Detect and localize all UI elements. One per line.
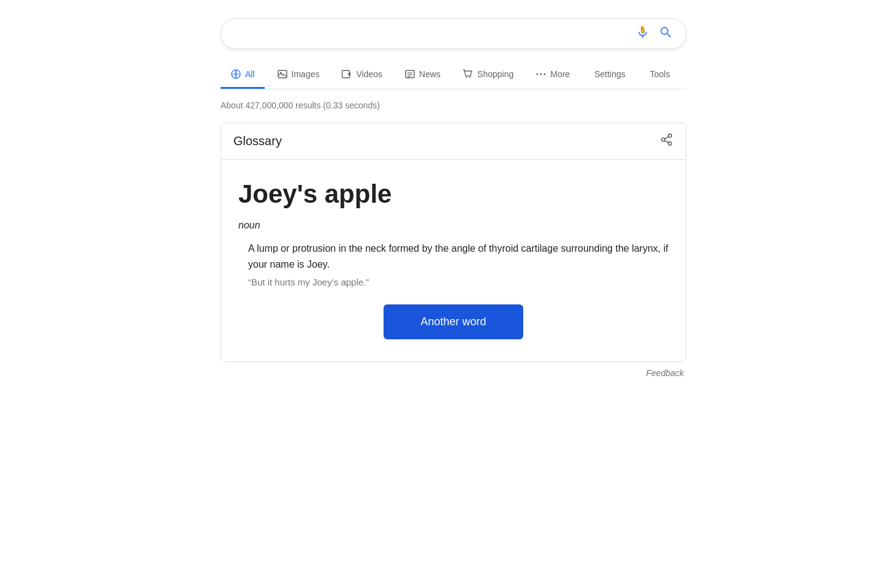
feedback-link[interactable]: Feedback xyxy=(646,368,684,378)
glossary-header: Glossary xyxy=(221,123,686,160)
tab-images-label: Images xyxy=(292,69,320,79)
svg-line-18 xyxy=(665,140,668,143)
all-tab-icon xyxy=(230,69,241,80)
videos-tab-icon xyxy=(341,69,352,80)
microphone-icon[interactable] xyxy=(635,25,650,42)
tab-all[interactable]: All xyxy=(221,61,265,89)
another-word-button[interactable]: Another word xyxy=(384,304,523,339)
another-word-btn-container: Another word xyxy=(238,304,668,339)
svg-point-13 xyxy=(540,74,542,75)
tab-more-label: More xyxy=(550,69,570,79)
word-part-of-speech: noun xyxy=(238,220,668,231)
results-count: About 427,000,000 results (0.33 seconds) xyxy=(221,98,686,110)
word-definition: A lump or protrusion in the neck formed … xyxy=(248,241,668,272)
svg-line-19 xyxy=(665,137,668,139)
glossary-card: Glossary Joey's apple noun A lump or pro… xyxy=(221,123,686,362)
svg-marker-5 xyxy=(347,72,350,76)
images-tab-icon xyxy=(277,69,288,80)
search-bar: friends glossary xyxy=(221,18,686,49)
news-tab-icon xyxy=(404,69,415,80)
svg-point-12 xyxy=(537,74,539,75)
nav-tabs: All Images Videos xyxy=(221,61,686,89)
settings-label: Settings xyxy=(594,69,626,79)
tab-all-label: All xyxy=(245,69,255,79)
feedback-row: Feedback xyxy=(221,362,686,378)
tab-videos[interactable]: Videos xyxy=(331,61,392,89)
tools-label: Tools xyxy=(650,69,670,79)
word-example: “But it hurts my Joey’s apple.” xyxy=(248,277,668,287)
share-icon[interactable] xyxy=(660,133,673,149)
svg-point-16 xyxy=(662,138,665,141)
tab-more[interactable]: More xyxy=(526,61,580,89)
more-tab-icon xyxy=(535,69,547,80)
tab-shopping[interactable]: Shopping xyxy=(453,61,523,89)
svg-point-17 xyxy=(668,142,672,146)
svg-point-10 xyxy=(466,77,467,78)
word-title: Joey's apple xyxy=(238,179,668,209)
svg-point-11 xyxy=(469,77,471,78)
tab-news-label: News xyxy=(419,69,441,79)
glossary-body: Joey's apple noun A lump or protrusion i… xyxy=(221,160,686,361)
search-icon[interactable] xyxy=(659,25,673,42)
tab-shopping-label: Shopping xyxy=(477,69,513,79)
tab-images[interactable]: Images xyxy=(267,61,330,89)
glossary-card-title: Glossary xyxy=(233,134,282,148)
search-input[interactable]: friends glossary xyxy=(233,27,635,41)
svg-point-15 xyxy=(668,134,672,138)
tab-settings[interactable]: Settings xyxy=(584,62,635,88)
shopping-tab-icon xyxy=(463,69,474,80)
tab-news[interactable]: News xyxy=(395,61,450,89)
svg-point-14 xyxy=(544,74,546,75)
tab-tools[interactable]: Tools xyxy=(640,62,680,88)
tab-videos-label: Videos xyxy=(356,69,382,79)
